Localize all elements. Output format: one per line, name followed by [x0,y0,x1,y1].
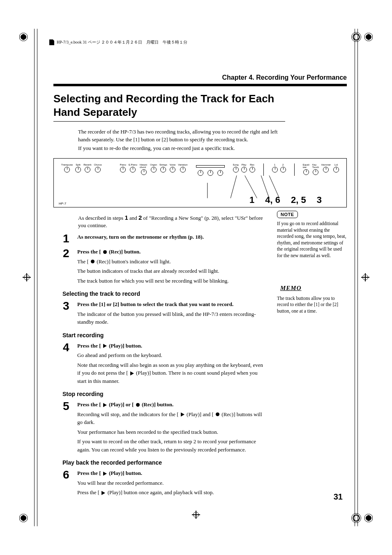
step-body: Your performance has been recorded to th… [77,428,267,436]
pre-step: As described in steps 1 and 2 of "Record… [78,213,267,230]
note-text: If you go on to record additional materi… [277,221,347,259]
step-body: Go ahead and perform on the keyboard. [77,351,267,359]
step-lead: Press the [ (Rec)] button. [77,249,141,255]
rec-icon [216,412,219,416]
section-title: Selecting and Recording the Track for Ea… [53,92,285,122]
rec-icon [91,260,95,263]
page-content: HP-7/3_e.book 31 ページ ２００４年１月２６日 月曜日 午後５時… [41,37,351,518]
step-lead: Press the [ (Play)] button. [77,470,142,476]
page-number: 31 [334,492,343,502]
main-column: As described in steps 1 and 2 of "Record… [53,211,267,497]
step-5: 5 Press the [ (Play)] or [ (Rec)] button… [53,401,267,454]
subhead-playback: Play back the recorded performance [62,459,267,466]
step-lead: Press the [ (Play)] button. [77,343,142,349]
subhead-start: Start recording [62,332,267,339]
step-num: 6 [53,469,71,481]
step-num: 4 [53,342,71,353]
play-icon [130,371,134,375]
step-3: 3 Press the [1] or [2] button to select … [53,300,267,326]
trim-line [355,29,355,526]
reg-mark [351,32,361,42]
step-2: 2 Press the [ (Rec)] button. The [ (Rec)… [53,248,267,285]
side-column: NOTE If you go on to record additional m… [277,211,347,497]
subhead-stop: Stop recording [62,391,267,397]
book-icon [49,39,54,45]
step-body: The indicator of the button you pressed … [77,310,267,326]
step-num: 2 [53,248,71,259]
reg-mark [364,32,374,42]
subhead-select: Selecting the track to record [62,290,267,297]
step-num: 1 [53,233,71,244]
trim-line [357,29,358,526]
step-body: Recording will stop, and the indicators … [77,410,267,426]
play-icon [101,491,105,495]
callout-25: 2, 5 [291,195,306,207]
callout-46: 4, 6 [265,195,280,207]
intro-p2: If you want to re-do the recording, you … [78,145,285,152]
panel-diagram: Transpose Split Reverb Chorus Piano E.Pi… [53,158,347,207]
step-lead: As necessary, turn on the metronome or r… [77,234,204,240]
rec-icon [136,403,140,407]
note-badge: NOTE [277,211,298,219]
step-body: If you want to record on the other track… [77,438,267,454]
intro-p1: The recorder of the HP-7/3 has two recor… [78,128,285,144]
reg-mark [351,513,361,523]
step-body: Press the [ (Play)] button once again, a… [77,488,267,497]
reg-mark [18,513,28,523]
top-rule [53,84,347,86]
step-body: The button indicators of tracks that are… [77,267,267,275]
memo-text: The track buttons allow you to record to… [277,295,347,315]
play-icon [103,403,107,407]
book-header-ribbon: HP-7/3_e.book 31 ページ ２００４年１月２６日 月曜日 午後５時… [49,39,351,45]
step-num: 3 [53,300,71,312]
chapter-title: Chapter 4. Recording Your Performance [41,74,347,81]
step-body: You will hear the recorded performance. [77,479,267,487]
reg-mark [18,32,28,42]
step-body: The [ (Rec)] button's indicator will lig… [77,258,267,266]
play-icon [181,412,184,417]
step-lead: Press the [1] or [2] button to select th… [77,301,233,307]
book-header-text: HP-7/3_e.book 31 ページ ２００４年１月２６日 月曜日 午後５時… [57,39,187,45]
play-icon [103,472,107,476]
step-1: 1 As necessary, turn on the metronome or… [53,233,267,244]
callout-3: 3 [317,195,322,207]
panel-callouts: 1 4, 6 2, 5 3 [54,195,346,207]
step-4: 4 Press the [ (Play)] button. Go ahead a… [53,342,267,385]
step-body: The track button for which you will next… [77,277,267,285]
step-6: 6 Press the [ (Play)] button. You will h… [53,469,267,497]
reg-mark [361,273,369,281]
trim-line [34,29,35,526]
play-icon [103,344,107,348]
reg-mark [364,513,374,523]
intro-block: The recorder of the HP-7/3 has two recor… [78,128,285,152]
memo-badge: MEMO [277,283,305,292]
callout-1: 1 [249,195,254,207]
step-body: Note that recording will also begin as s… [77,361,267,385]
step-lead: Press the [ (Play)] or [ (Rec)] button. [77,401,173,408]
reg-mark [23,273,31,281]
rec-icon [103,250,107,254]
step-num: 5 [53,401,71,412]
trim-line [37,29,37,526]
